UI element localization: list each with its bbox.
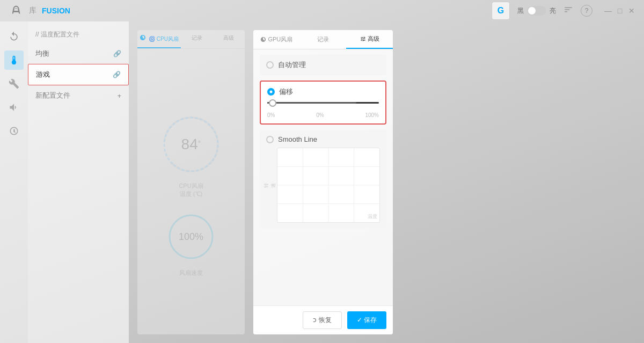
gpu-advanced-tab[interactable]: 高级 [346, 30, 393, 49]
profile-header-label: // 温度配置文件 [35, 30, 79, 39]
smooth-line-card: Smooth Line 转 速 温度 [260, 130, 386, 228]
settings-icon[interactable] [564, 5, 573, 17]
deviation-label: 偏移 [279, 87, 293, 97]
theme-toggle[interactable]: 黑 亮 [517, 6, 556, 16]
theme-toggle-track[interactable] [527, 6, 546, 16]
window-controls: — □ ✕ [604, 7, 635, 14]
speed-label: 风扇速度 [179, 269, 203, 277]
deviation-header: 偏移 [267, 87, 379, 97]
profile-panel: // 温度配置文件 均衡 🔗 游戏 🔗 新配置文件 + [28, 21, 129, 343]
restore-button[interactable]: ↄ 恢复 [303, 311, 341, 329]
cpu-record-tab[interactable]: 记录 [181, 30, 213, 48]
speed-value: 100% [179, 231, 203, 242]
g-logo-button[interactable]: G [492, 2, 510, 20]
gpu-panel: GPU风扇 记录 高级 自动管理 偏移 [253, 30, 393, 334]
fusion-label: FUSION [42, 6, 70, 15]
sidebar-icon-volume[interactable] [4, 98, 24, 117]
save-button[interactable]: ✓ 保存 [347, 311, 386, 329]
cpu-fan-tab-label: 🌀 CPU风扇 [149, 36, 179, 42]
profile-game-label: 游戏 [36, 70, 50, 79]
cpu-record-tab-label: 记录 [192, 35, 202, 41]
profile-balanced-link-icon: 🔗 [113, 50, 121, 57]
sidebar-icon-back[interactable] [4, 27, 24, 46]
help-button[interactable]: ? [581, 5, 592, 17]
chart-svg [277, 148, 379, 222]
theme-toggle-thumb [528, 7, 536, 14]
chart-area[interactable]: 温度 [277, 148, 380, 223]
lib-label[interactable]: 库 [29, 6, 36, 16]
temp-unit: ° [198, 138, 201, 147]
sidebar-icon-temperature[interactable] [4, 50, 24, 70]
temp-label-text: CPU风扇 温度 (℃) [179, 182, 203, 198]
deviation-card[interactable]: 偏移 0% 0% 100% [260, 81, 386, 125]
minimize-button[interactable]: — [604, 7, 612, 14]
gpu-record-tab-label: 记录 [317, 35, 329, 43]
alien-logo-icon [9, 3, 24, 18]
smooth-header: Smooth Line [266, 135, 380, 143]
restore-button[interactable]: □ [616, 7, 624, 14]
temp-label: CPU风扇 温度 (℃) [179, 182, 203, 198]
slider-thumb[interactable] [269, 99, 276, 107]
cpu-fan-tab[interactable]: 🌀 CPU风扇 [137, 30, 181, 48]
slider-label-center: 0% [316, 112, 324, 118]
auto-manage-radio[interactable] [266, 61, 274, 69]
slider-label-left: 0% [267, 112, 275, 118]
temp-gauge-value: 84° [181, 136, 201, 153]
title-bar: 库 FUSION G 黑 亮 ? — □ ✕ [0, 0, 644, 21]
slider-track [267, 102, 379, 104]
speed-gauge: 100% [164, 210, 218, 264]
gpu-record-tab[interactable]: 记录 [300, 30, 347, 49]
sidebar [0, 21, 28, 343]
auto-manage-card[interactable]: 自动管理 [260, 55, 386, 75]
profile-new-add-icon: + [117, 92, 121, 100]
slider-fill [267, 102, 356, 104]
profile-header: // 温度配置文件 [28, 26, 129, 43]
speed-label-text: 风扇速度 [179, 269, 203, 276]
smooth-line-radio[interactable] [266, 136, 274, 143]
gpu-fan-tab-label: GPU风扇 [268, 35, 292, 43]
cpu-advanced-tab[interactable]: 高级 [213, 30, 245, 48]
profile-item-balanced[interactable]: 均衡 🔗 [28, 43, 129, 64]
profile-item-game[interactable]: 游戏 🔗 [28, 64, 129, 85]
profile-new-label: 新配置文件 [35, 91, 70, 100]
gpu-advanced-tab-label: 高级 [368, 35, 379, 43]
sidebar-icon-wrench[interactable] [4, 74, 24, 93]
cpu-advanced-tab-label: 高级 [223, 35, 234, 41]
profile-new[interactable]: 新配置文件 + [28, 85, 129, 106]
gpu-tabs: GPU风扇 记录 高级 [253, 30, 393, 49]
deviation-slider[interactable] [267, 102, 379, 104]
cpu-fan-tabs: 🌀 CPU风扇 记录 高级 [137, 30, 245, 49]
bottom-bar: ↄ 恢复 ✓ 保存 [253, 305, 393, 334]
chart-y-label: 转 速 [263, 183, 277, 188]
gpu-fan-tab[interactable]: GPU风扇 [253, 30, 300, 49]
smooth-line-label: Smooth Line [278, 135, 317, 143]
profile-balanced-label: 均衡 [35, 49, 49, 59]
auto-manage-label: 自动管理 [278, 60, 306, 70]
close-button[interactable]: ✕ [628, 7, 635, 14]
temp-number: 84 [181, 136, 198, 152]
sidebar-icon-effects[interactable] [4, 121, 24, 141]
slider-label-right: 100% [365, 112, 379, 118]
theme-light-label: 亮 [550, 6, 556, 16]
speed-number: 100% [179, 231, 203, 242]
theme-dark-label: 黑 [517, 6, 524, 16]
gpu-content: 自动管理 偏移 0% 0% 100% [253, 49, 393, 305]
main-content: 🌀 CPU风扇 记录 高级 84° [129, 21, 644, 343]
slider-labels: 0% 0% 100% [267, 112, 379, 118]
deviation-radio[interactable] [267, 88, 275, 96]
cpu-fan-panel: 🌀 CPU风扇 记录 高级 84° [137, 30, 245, 334]
chart-x-label: 温度 [368, 213, 377, 220]
cpu-gauge-area: 84° CPU风扇 温度 (℃) 100% 风扇速度 [137, 49, 245, 334]
chart-wrapper: 转 速 温度 [266, 148, 380, 223]
temp-gauge: 84° [159, 112, 223, 177]
profile-game-link-icon: 🔗 [113, 71, 121, 78]
